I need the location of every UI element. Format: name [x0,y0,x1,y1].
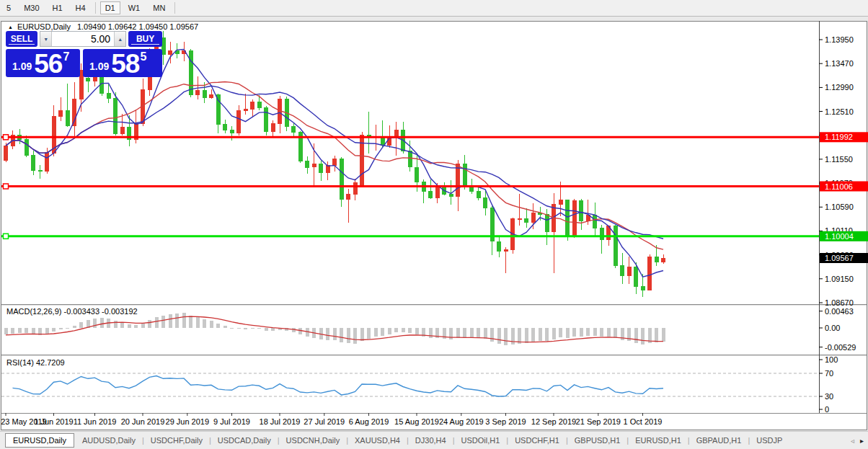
macd-bar [580,328,583,337]
candle-body [189,50,192,94]
macd-bar [518,328,521,344]
collapse-panel-icon[interactable]: ▲ [8,25,13,30]
macd-bar [655,328,658,342]
price-line-label-text: 1.11006 [825,182,853,191]
candle-body [456,164,460,197]
macd-bar [600,328,603,337]
date-tick-label: 29 Jun 2019 [166,417,210,426]
candle-body [59,110,63,116]
macd-bar [456,328,460,338]
candle-body [662,258,665,262]
candle-body [237,111,241,133]
candle-body [347,194,350,199]
date-tick-label: 27 Jul 2019 [304,417,345,426]
macd-bar [59,328,63,329]
price-tick-label: 1.09150 [825,275,854,283]
candle-body [593,215,597,228]
chart-tab-GBPUSD-H1[interactable]: GBPUSD,H1 [569,433,626,448]
buy-price-pip: 5 [140,50,146,63]
timeframe-button-5[interactable]: 5 [1,1,16,14]
candle-body [435,187,439,198]
rsi-tick-label: 70 [825,369,833,378]
macd-bar [25,328,28,333]
price-tick-label: 1.13950 [825,35,854,44]
macd-bar [45,328,49,334]
macd-bar [155,317,159,328]
macd-bar [182,313,186,328]
line-anchor-handle[interactable] [4,135,9,140]
macd-bar [374,328,378,337]
chart-tab-EURUSD-Daily[interactable]: EURUSD,Daily [5,433,74,448]
macd-bar [572,328,576,337]
chart-tab-USDCNH-Daily[interactable]: USDCNH,Daily [280,433,346,448]
macd-bar [134,325,138,329]
macd-bar [175,314,179,328]
timeframe-toolbar: 5M30H1H4D1W1MN [0,0,868,17]
macd-bar [531,328,535,342]
candle-body [120,128,124,133]
macd-bar [586,328,590,336]
tab-scroll-right-icon[interactable]: ▸ [860,437,864,445]
sell-button[interactable]: SELL [6,31,37,47]
macd-bar [141,324,145,328]
chart-tab-XAUUSD-H4[interactable]: XAUUSD,H4 [349,433,406,448]
chart-tab-USDCHF-H1[interactable]: USDCHF,H1 [509,433,565,448]
timeframe-button-H4[interactable]: H4 [71,1,91,14]
candle-body [504,250,508,252]
volume-input[interactable] [52,32,114,46]
macd-bar [490,328,494,342]
macd-bar [230,328,234,329]
candle-body [531,213,535,223]
timeframe-button-W1[interactable]: W1 [123,1,146,14]
timeframe-button-MN[interactable]: MN [148,1,170,14]
chart-tab-USDOil-H1[interactable]: USDOil,H1 [456,433,506,448]
buy-button[interactable]: BUY [128,31,162,47]
one-click-trade-panel: SELL ▼ ▲ BUY 1.09 56 7 1.09 58 5 [6,31,162,77]
candle-body [429,192,433,198]
chart-tab-GBPAUD-H1[interactable]: GBPAUD,H1 [691,433,748,448]
macd-tick-label: 0.00463 [825,307,854,316]
chart-tab-USDCAD-Daily[interactable]: USDCAD,Daily [212,433,277,448]
macd-bar [223,326,227,328]
macd-bar [251,328,254,329]
sell-price-pip: 7 [63,50,69,63]
macd-bar [552,328,556,339]
buy-price-tile[interactable]: 1.09 58 5 [83,49,162,77]
volume-increase-icon[interactable]: ▲ [114,32,125,46]
chart-tab-EURUSD-H1[interactable]: EURUSD,H1 [629,433,687,448]
macd-bar [381,328,384,336]
line-anchor-handle[interactable] [4,184,9,189]
macd-bar [415,328,419,334]
macd-bar [388,328,391,334]
volume-decrease-icon[interactable]: ▼ [40,32,52,46]
chart-tab-DJ30-H4[interactable]: DJ30,H4 [409,433,452,448]
chart-tab-USDJP[interactable]: USDJP [750,433,788,448]
candle-body [333,159,337,165]
candle-body [230,130,234,133]
macd-bar [525,328,528,343]
date-tick-label: 11 Jun 2019 [74,417,117,426]
macd-bar [497,328,501,344]
sell-price-tile[interactable]: 1.09 56 7 [6,49,80,77]
candle-body [271,124,275,131]
chart-tab-USDCHF-Daily[interactable]: USDCHF,Daily [145,433,208,448]
macd-bar [11,328,14,334]
macd-bar [203,319,206,329]
price-tick-label: 1.10590 [825,203,854,211]
tab-scroll-left-icon[interactable]: ◃ [851,437,854,445]
chart-tab-AUDUSD-Daily[interactable]: AUDUSD,Daily [76,433,141,448]
candle-body [614,226,617,266]
sell-price-big: 56 [34,53,62,75]
candle-body [415,167,419,182]
line-anchor-handle[interactable] [4,234,9,239]
date-tick-label: 21 Sep 2019 [576,417,621,426]
timeframe-button-H1[interactable]: H1 [48,1,68,14]
macd-bar [4,328,8,334]
candle-body [600,228,603,240]
tab-scroll-arrows: ◃▸ [846,432,865,449]
rsi-tick-label: 30 [825,392,833,401]
macd-bar [32,328,35,334]
timeframe-button-M30[interactable]: M30 [19,1,44,14]
macd-bar [169,314,172,328]
timeframe-button-D1[interactable]: D1 [100,1,120,14]
